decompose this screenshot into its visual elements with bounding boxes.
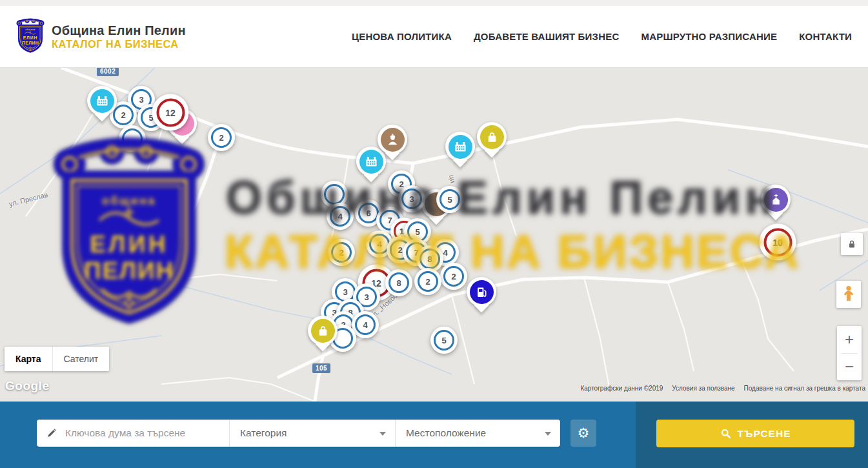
svg-text:ЕЛИН: ЕЛИН [23, 36, 38, 40]
cluster-marker[interactable]: 3 [398, 185, 425, 212]
fuel-pin-marker[interactable] [467, 277, 496, 307]
cluster-marker[interactable]: 2 [328, 239, 355, 266]
pencil-icon [46, 427, 57, 439]
cluster-marker[interactable] [119, 125, 146, 152]
cluster-marker[interactable]: 5 [430, 327, 458, 354]
factory-pin-marker[interactable] [87, 86, 117, 116]
cluster-count: 3 [401, 188, 422, 209]
cluster-count: 8 [389, 272, 409, 293]
factory-icon [95, 94, 110, 108]
shopping-bag-icon [316, 323, 330, 338]
cluster-marker[interactable]: 8 [385, 269, 412, 296]
pin-core [764, 188, 788, 212]
logo-link[interactable]: община ЕЛИН ПЕЛИН Община Елин Пелин КАТА… [15, 18, 186, 56]
google-logo[interactable]: Google [5, 379, 49, 393]
church-icon [769, 192, 783, 207]
cluster-count: 2 [211, 127, 232, 148]
zoom-in-button[interactable]: + [837, 326, 862, 353]
lock-button[interactable] [841, 233, 863, 255]
map-attribution: Картографски данни ©2019Условия за ползв… [580, 385, 865, 392]
keyword-input[interactable] [65, 427, 221, 439]
shopping-bag-icon [485, 130, 500, 145]
cluster-count [324, 184, 345, 205]
keyword-field [37, 420, 229, 447]
category-value: Категория [240, 427, 287, 439]
search-button[interactable]: ТЪРСЕНЕ [656, 420, 854, 447]
cluster-marker[interactable]: 2 [208, 124, 235, 151]
attribution-link[interactable]: Условия за ползване [672, 385, 734, 392]
factory-pin-marker[interactable] [356, 147, 386, 176]
cluster-count: 5 [434, 330, 454, 351]
cluster-count: 8 [419, 249, 440, 269]
pin-core [381, 128, 405, 152]
chevron-down-icon [545, 432, 551, 436]
nav-link[interactable]: ЦЕНОВА ПОЛИТИКА [352, 31, 452, 42]
search-bar: Категория Местоположение ⚙ ТЪРСЕНЕ [0, 402, 868, 468]
zoom-out-button[interactable]: − [837, 354, 862, 381]
cluster-marker[interactable]: 5 [436, 186, 463, 213]
cluster-marker[interactable]: 4 [327, 203, 354, 230]
chevron-down-icon [379, 432, 386, 436]
main-nav: ЦЕНОВА ПОЛИТИКАДОБАВЕТЕ ВАШИЯТ БИЗНЕСМАР… [352, 31, 852, 42]
pin-core [359, 150, 383, 174]
cluster-count: 10 [763, 228, 792, 256]
zoom-control: + − [837, 326, 862, 380]
cluster-marker[interactable]: 2 [440, 263, 467, 290]
header: община ЕЛИН ПЕЛИН Община Елин Пелин КАТА… [0, 6, 868, 68]
worker-pin-marker[interactable] [378, 125, 407, 154]
lock-icon [847, 239, 857, 249]
cluster-count: 4 [355, 314, 376, 335]
worker-icon [385, 132, 400, 147]
factory-pin-marker[interactable] [445, 132, 475, 161]
cluster-count: 12 [156, 98, 185, 127]
map-type-satellite-button[interactable]: Сателит [52, 347, 110, 371]
advanced-settings-button[interactable]: ⚙ [570, 420, 596, 447]
cluster-count: 2 [113, 105, 134, 125]
nav-link[interactable]: ДОБАВЕТЕ ВАШИЯТ БИЗНЕС [474, 31, 619, 42]
category-select[interactable]: Категория [229, 420, 395, 447]
cluster-count [122, 128, 143, 149]
cluster-marker[interactable]: 2 [414, 268, 441, 295]
cluster-count: 5 [439, 189, 460, 210]
attribution-link[interactable]: Подаване на сигнал за грешка в картата [744, 385, 865, 392]
factory-icon [453, 139, 468, 154]
cluster-count: 4 [330, 206, 350, 227]
site-title: Община Елин Пелин [52, 23, 186, 38]
factory-icon [364, 154, 379, 169]
street-label: ци [448, 174, 457, 184]
municipality-crest-icon: община ЕЛИН ПЕЛИН [15, 18, 45, 56]
bag-pin-marker[interactable] [477, 122, 507, 152]
cluster-count: 2 [443, 266, 464, 287]
gear-icon: ⚙ [578, 425, 590, 441]
map-type-map-button[interactable]: Карта [5, 347, 52, 371]
search-icon [720, 428, 731, 439]
top-strip [0, 0, 868, 6]
svg-text:община: община [25, 28, 35, 31]
cluster-marker[interactable]: 10 [760, 224, 796, 261]
attribution-text: Картографски данни ©2019 [580, 385, 663, 392]
location-value: Местоположение [406, 427, 486, 439]
search-fields: Категория Местоположение [37, 420, 560, 447]
road-shield: 6002 [97, 68, 119, 76]
pin-core [470, 280, 494, 304]
fuel-pump-icon [474, 285, 489, 300]
map-type-control: Карта Сателит [5, 347, 109, 371]
bag-pin-marker[interactable] [308, 316, 338, 345]
road-shield: 105 [312, 363, 330, 373]
svg-text:ПЕЛИН: ПЕЛИН [22, 40, 39, 45]
pin-core [449, 135, 472, 159]
pin-core [480, 125, 504, 149]
nav-link[interactable]: КОНТАКТИ [799, 31, 852, 42]
page: община ЕЛИН ПЕЛИН Община Елин Пелин КАТА… [0, 0, 868, 468]
church-pin-marker[interactable] [761, 185, 791, 214]
cluster-count: 2 [331, 242, 352, 263]
cluster-count: 2 [418, 271, 438, 292]
cluster-marker[interactable]: 12 [152, 94, 189, 131]
map-canvas[interactable]: 6002105ул. Преславбул. „Новоселци“ци 325… [0, 68, 868, 402]
pin-core [90, 89, 114, 113]
pegman-button[interactable] [836, 281, 861, 308]
nav-link[interactable]: МАРШРУТНО РАЗПИСАНИЕ [641, 31, 777, 42]
logo-text: Община Елин Пелин КАТАЛОГ НА БИЗНЕСА [52, 23, 186, 50]
pin-core [311, 319, 335, 343]
location-select[interactable]: Местоположение [395, 420, 560, 447]
